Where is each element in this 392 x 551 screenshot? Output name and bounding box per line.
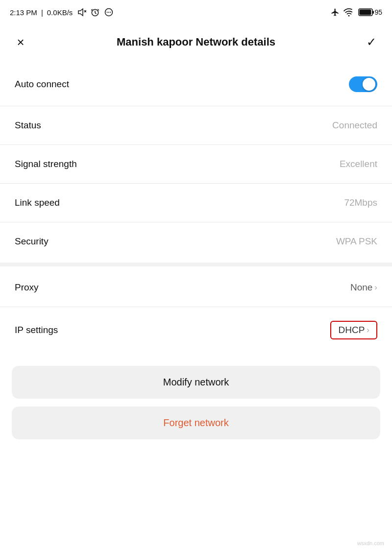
proxy-value: None › xyxy=(350,282,377,293)
svg-point-4 xyxy=(107,12,108,13)
svg-point-7 xyxy=(348,15,350,17)
network-details-content: Auto connect Status Connected Signal str… xyxy=(0,60,392,356)
watermark: wsxdn.com xyxy=(357,540,384,546)
message-icon xyxy=(104,7,114,17)
status-row: Status Connected xyxy=(0,108,392,143)
confirm-button[interactable]: ✓ xyxy=(363,33,380,51)
divider-4 xyxy=(0,222,392,222)
section-divider xyxy=(0,263,392,266)
modify-network-button[interactable]: Modify network xyxy=(12,366,380,399)
battery-indicator: 95 xyxy=(358,8,382,17)
status-bar-left: 2:13 PM | 0.0KB/s xyxy=(10,7,114,17)
auto-connect-label: Auto connect xyxy=(15,79,69,90)
svg-point-6 xyxy=(110,12,111,13)
proxy-row[interactable]: Proxy None › xyxy=(0,270,392,305)
svg-rect-10 xyxy=(360,10,371,15)
security-row: Security WPA PSK xyxy=(0,224,392,259)
forget-network-button[interactable]: Forget network xyxy=(12,407,380,439)
toggle-switch[interactable] xyxy=(349,76,377,92)
signal-strength-label: Signal strength xyxy=(15,159,77,169)
status-label: Status xyxy=(15,120,41,131)
status-value: Connected xyxy=(332,120,377,131)
alarm-icon xyxy=(90,7,100,17)
separator: | xyxy=(41,8,43,17)
title-bar: × Manish kapoor Network details ✓ xyxy=(0,24,392,60)
battery-level: 95 xyxy=(374,8,382,16)
mute-icon xyxy=(76,8,86,17)
auto-connect-toggle[interactable] xyxy=(349,76,377,92)
proxy-arrow-icon: › xyxy=(374,283,377,292)
link-speed-label: Link speed xyxy=(15,197,60,208)
ip-settings-value-text: DHCP xyxy=(338,325,365,335)
signal-strength-row: Signal strength Excellent xyxy=(0,147,392,181)
divider-3 xyxy=(0,183,392,184)
link-speed-value: 72Mbps xyxy=(344,197,377,208)
wifi-icon xyxy=(343,8,354,17)
link-speed-row: Link speed 72Mbps xyxy=(0,186,392,220)
signal-strength-value: Excellent xyxy=(340,159,377,169)
ip-settings-value-box[interactable]: DHCP › xyxy=(330,321,377,339)
ip-settings-row[interactable]: IP settings DHCP › xyxy=(0,309,392,351)
status-bar: 2:13 PM | 0.0KB/s xyxy=(0,0,392,24)
toggle-knob xyxy=(363,78,375,91)
security-value: WPA PSK xyxy=(336,236,377,247)
auto-connect-row: Auto connect xyxy=(0,65,392,104)
action-buttons: Modify network Forget network xyxy=(0,356,392,447)
divider-2 xyxy=(0,144,392,145)
ip-settings-arrow-icon: › xyxy=(367,325,369,335)
proxy-value-text: None xyxy=(350,282,372,293)
ip-settings-label: IP settings xyxy=(15,325,58,335)
svg-rect-9 xyxy=(372,11,374,14)
network-speed: 0.0KB/s xyxy=(47,8,73,17)
divider-5 xyxy=(0,307,392,307)
svg-point-5 xyxy=(108,12,109,13)
divider-1 xyxy=(0,106,392,106)
close-button[interactable]: × xyxy=(12,33,29,51)
airplane-icon xyxy=(331,8,340,17)
page-title: Manish kapoor Network details xyxy=(29,36,363,48)
proxy-label: Proxy xyxy=(15,282,39,293)
security-label: Security xyxy=(15,236,49,247)
status-bar-right: 95 xyxy=(331,8,382,17)
time-label: 2:13 PM xyxy=(10,8,37,17)
